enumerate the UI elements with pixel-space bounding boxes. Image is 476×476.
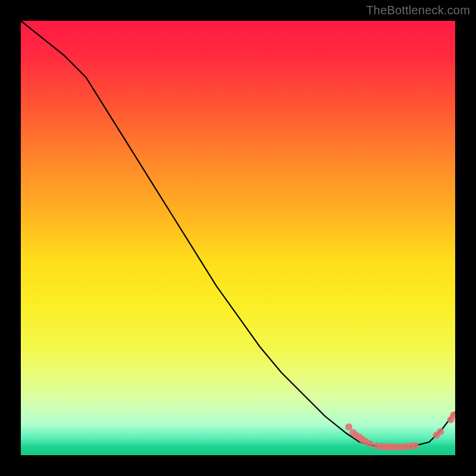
- bottleneck-curve: [21, 21, 455, 446]
- sample-dot: [412, 442, 419, 449]
- sample-dots-group: [345, 412, 455, 451]
- sample-dot: [345, 424, 352, 431]
- watermark-text: TheBottleneck.com: [366, 4, 470, 17]
- chart-svg: [21, 21, 455, 455]
- plot-area: [21, 21, 455, 455]
- chart-container: TheBottleneck.com: [0, 0, 476, 476]
- sample-dot: [367, 440, 374, 447]
- sample-dot: [437, 428, 444, 436]
